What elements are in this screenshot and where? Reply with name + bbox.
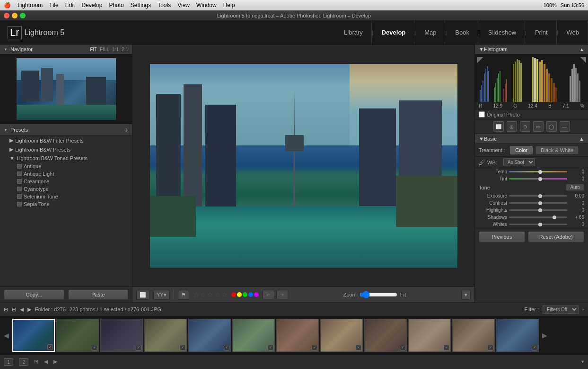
- filmstrip-view-icon[interactable]: ⊟: [12, 306, 16, 313]
- star-5[interactable]: ☆: [221, 291, 228, 298]
- filmstrip-thumb-9[interactable]: ✓: [364, 319, 407, 352]
- grid-view-icon[interactable]: ⊞: [4, 306, 8, 313]
- filmstrip-thumb-11[interactable]: ✓: [452, 319, 495, 352]
- tab-develop[interactable]: Develop: [373, 21, 415, 44]
- tab-map[interactable]: Map: [416, 21, 445, 44]
- zoom-1to1[interactable]: 1:1: [112, 47, 119, 52]
- histogram-triangle[interactable]: ▼: [479, 46, 484, 52]
- menu-window[interactable]: Window: [196, 2, 217, 9]
- filmstrip-thumb-7[interactable]: ✓: [276, 319, 319, 352]
- star-4[interactable]: ☆: [214, 291, 220, 298]
- color-label-yellow[interactable]: [237, 292, 242, 297]
- presets-triangle[interactable]: ▼: [4, 128, 8, 132]
- menu-help[interactable]: Help: [223, 2, 235, 9]
- next-nav-icon[interactable]: ▶: [27, 306, 31, 313]
- navigator-preview[interactable]: [0, 54, 132, 124]
- tab-book[interactable]: Book: [447, 21, 478, 44]
- auto-tone-button[interactable]: Auto: [566, 184, 584, 191]
- temp-slider-thumb[interactable]: [538, 170, 542, 174]
- tint-slider-track[interactable]: [509, 178, 567, 180]
- panel-num-2[interactable]: 2: [19, 358, 28, 366]
- crop-overlay-icon[interactable]: ⬜: [493, 121, 504, 132]
- graduated-filter-icon[interactable]: ▭: [533, 121, 544, 132]
- color-label-green[interactable]: [243, 292, 247, 297]
- presets-add-button[interactable]: +: [124, 126, 128, 134]
- highlights-thumb[interactable]: [538, 208, 542, 212]
- filmstrip-thumb-12[interactable]: ✓: [496, 319, 539, 352]
- preset-item-sepia[interactable]: Sepia Tone: [0, 200, 132, 208]
- temp-slider-track[interactable]: [509, 171, 567, 172]
- histogram-expand[interactable]: ▲: [579, 47, 584, 52]
- bw-treatment-button[interactable]: Black & White: [535, 146, 578, 154]
- wb-eyedropper[interactable]: 🖊: [479, 159, 485, 166]
- tab-web[interactable]: Web: [558, 21, 588, 44]
- tab-slideshow[interactable]: Slideshow: [480, 21, 525, 44]
- color-treatment-button[interactable]: Color: [510, 146, 533, 154]
- star-3[interactable]: ☆: [207, 291, 213, 298]
- minimize-button[interactable]: [12, 13, 18, 18]
- filter-select[interactable]: Filters Off Flagged Unflagged: [543, 306, 579, 314]
- previous-button[interactable]: Previous: [479, 231, 525, 243]
- filmstrip-thumb-1[interactable]: ✓: [12, 319, 55, 352]
- preset-item-creamtone[interactable]: Creamtone: [0, 178, 132, 185]
- wb-select[interactable]: As Shot Auto Daylight Cloudy Shade Custo…: [503, 158, 535, 166]
- filmstrip-thumb-8[interactable]: ✓: [320, 319, 363, 352]
- menu-tools[interactable]: Tools: [158, 2, 171, 9]
- basic-triangle[interactable]: ▼: [479, 136, 484, 142]
- main-image-area[interactable]: [132, 45, 474, 287]
- highlights-slider[interactable]: [509, 209, 567, 211]
- whites-slider[interactable]: [509, 224, 567, 225]
- menu-lightroom[interactable]: Lightroom: [18, 2, 43, 9]
- adjustment-brush-icon[interactable]: —: [560, 121, 570, 132]
- filmstrip-thumb-2[interactable]: ✓: [56, 319, 99, 352]
- zoom-fill[interactable]: FILL: [100, 47, 109, 52]
- color-label-purple[interactable]: [254, 292, 259, 297]
- shadows-slider[interactable]: [509, 216, 567, 218]
- exposure-thumb[interactable]: [538, 194, 542, 198]
- filmstrip-left-arrow[interactable]: ◀: [2, 332, 11, 339]
- contrast-thumb[interactable]: [538, 201, 542, 205]
- contrast-slider[interactable]: [509, 202, 567, 204]
- preset-item-antique[interactable]: Antique: [0, 162, 132, 170]
- filmstrip-thumb-4[interactable]: ✓: [144, 319, 187, 352]
- zoom-2to1[interactable]: 2:1: [122, 47, 128, 52]
- paste-button[interactable]: Paste: [68, 289, 129, 300]
- flag-button[interactable]: ⚑: [178, 290, 189, 300]
- prev-icon[interactable]: ◀: [44, 359, 48, 365]
- prev-nav-icon[interactable]: ◀: [20, 306, 24, 313]
- whites-thumb[interactable]: [538, 223, 542, 226]
- menu-photo[interactable]: Photo: [109, 2, 123, 9]
- color-label-red[interactable]: [231, 292, 236, 297]
- preset-item-selenium[interactable]: Selenium Tone: [0, 193, 132, 200]
- filmstrip-toggle[interactable]: ▾: [461, 290, 471, 300]
- filmstrip-thumb-10[interactable]: ✓: [408, 319, 451, 352]
- original-photo-checkbox[interactable]: [479, 111, 485, 117]
- menu-edit[interactable]: Edit: [65, 2, 75, 9]
- spot-removal-icon[interactable]: ◎: [507, 121, 517, 132]
- preset-item-antique-light[interactable]: Antique Light: [0, 170, 132, 178]
- preset-group-bwfilter-header[interactable]: ▶ Lightroom B&W Filter Presets: [0, 136, 132, 145]
- copy-button[interactable]: Copy...: [4, 289, 64, 300]
- crop-tool[interactable]: ⬜: [136, 290, 149, 300]
- zoom-fit[interactable]: FIT: [90, 47, 97, 52]
- tab-library[interactable]: Library: [335, 21, 372, 44]
- filmstrip-thumb-5[interactable]: ✓: [188, 319, 231, 352]
- tint-slider-thumb[interactable]: [538, 177, 542, 181]
- menu-file[interactable]: File: [49, 2, 58, 9]
- panel-num-1[interactable]: 1: [4, 358, 13, 366]
- zoom-slider[interactable]: [360, 291, 397, 298]
- preset-item-cyanotype[interactable]: Cyanotype: [0, 185, 132, 193]
- menu-develop[interactable]: Develop: [81, 2, 102, 9]
- exposure-slider[interactable]: [509, 195, 567, 197]
- filmstrip-right-arrow[interactable]: ▶: [540, 332, 549, 339]
- redeye-icon[interactable]: ⊙: [520, 121, 530, 132]
- star-rating[interactable]: ☆ ☆ ☆ ☆ ☆: [193, 291, 228, 298]
- radial-filter-icon[interactable]: ◯: [546, 121, 557, 132]
- filmstrip-bottom-toggle[interactable]: ▾: [581, 359, 584, 365]
- close-button[interactable]: [4, 13, 9, 18]
- maximize-button[interactable]: [20, 13, 26, 18]
- yy-tool[interactable]: YY▾: [153, 290, 170, 300]
- filmstrip-thumb-6[interactable]: ✓: [232, 319, 275, 352]
- apple-menu[interactable]: 🍎: [4, 2, 11, 9]
- preset-group-bwpresets-header[interactable]: ▶ Lightroom B&W Presets: [0, 145, 132, 154]
